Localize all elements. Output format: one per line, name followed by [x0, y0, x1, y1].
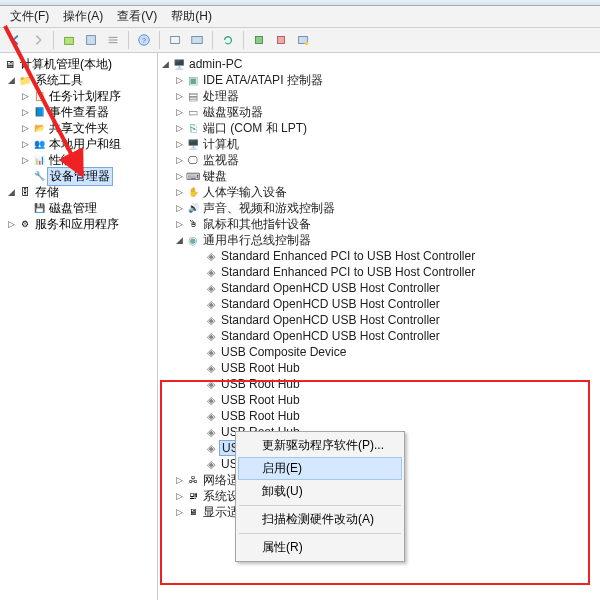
usb-category[interactable]: ◢ 通用串行总线控制器	[158, 232, 600, 248]
usb-device[interactable]: Standard Enhanced PCI to USB Host Contro…	[158, 248, 600, 264]
device-icon	[185, 90, 201, 103]
svg-rect-1	[87, 36, 96, 45]
tree-icon	[31, 169, 47, 183]
menu-help[interactable]: 帮助(H)	[171, 8, 212, 25]
device-category[interactable]: ▷声音、视频和游戏控制器	[158, 200, 600, 216]
left-tree-pane: 计算机管理(本地) ◢ 系统工具 ▷任务计划程序▷事件查看器▷共享文件夹▷本地用…	[0, 53, 158, 600]
device-icon	[185, 219, 201, 229]
menu-action[interactable]: 操作(A)	[63, 8, 103, 25]
uninstall-icon[interactable]	[271, 30, 291, 50]
device-icon	[185, 74, 201, 87]
devices-button[interactable]	[187, 30, 207, 50]
menu-uninstall[interactable]: 卸载(U)	[238, 480, 402, 503]
tree-icon	[31, 105, 47, 119]
usb-device[interactable]: USB Root Hub	[158, 392, 600, 408]
tree-item[interactable]: ▷本地用户和组	[0, 136, 157, 152]
usb-device-icon	[203, 298, 219, 311]
svg-rect-7	[171, 37, 180, 44]
device-category[interactable]: ▷端口 (COM 和 LPT)	[158, 120, 600, 136]
device-category[interactable]: ▷处理器	[158, 88, 600, 104]
up-button[interactable]	[59, 30, 79, 50]
device-category[interactable]: ▷键盘	[158, 168, 600, 184]
device-category[interactable]: ▷监视器	[158, 152, 600, 168]
device-root[interactable]: ◢ admin-PC	[158, 56, 600, 72]
tree-icon	[31, 121, 47, 135]
usb-device-icon	[203, 410, 219, 423]
tree-icon	[31, 201, 47, 215]
svg-rect-9	[256, 37, 263, 44]
refresh-button[interactable]	[218, 30, 238, 50]
tree-item[interactable]: ▷任务计划程序	[0, 88, 157, 104]
device-category[interactable]: ▷人体学输入设备	[158, 184, 600, 200]
tree-item[interactable]: ▷事件查看器	[0, 104, 157, 120]
usb-device-icon	[203, 314, 219, 327]
usb-device[interactable]: Standard OpenHCD USB Host Controller	[158, 328, 600, 344]
svg-point-12	[305, 42, 309, 46]
scan-icon[interactable]	[293, 30, 313, 50]
console-button[interactable]	[165, 30, 185, 50]
device-icon	[185, 106, 201, 119]
usb-device-icon	[203, 266, 219, 279]
device-icon	[185, 491, 201, 501]
device-icon	[185, 507, 201, 517]
usb-device-icon	[203, 282, 219, 295]
tree-root[interactable]: 计算机管理(本地)	[0, 56, 157, 72]
usb-device-icon	[203, 346, 219, 359]
usb-device[interactable]: USB Root Hub	[158, 376, 600, 392]
svg-rect-8	[192, 37, 203, 44]
menu-view[interactable]: 查看(V)	[117, 8, 157, 25]
back-button[interactable]	[6, 30, 26, 50]
usb-device-icon	[203, 426, 219, 439]
usb-device-icon	[203, 394, 219, 407]
menubar: 文件(F) 操作(A) 查看(V) 帮助(H)	[0, 6, 600, 28]
tree-storage[interactable]: ◢ 存储	[0, 184, 157, 200]
device-icon	[185, 122, 201, 134]
usb-icon	[185, 234, 201, 247]
properties-button[interactable]	[81, 30, 101, 50]
usb-device[interactable]: Standard OpenHCD USB Host Controller	[158, 312, 600, 328]
tree-services[interactable]: ▷ 服务和应用程序	[0, 216, 157, 232]
svg-rect-0	[65, 37, 74, 44]
usb-device[interactable]: Standard Enhanced PCI to USB Host Contro…	[158, 264, 600, 280]
menu-scan-hardware[interactable]: 扫描检测硬件改动(A)	[238, 508, 402, 531]
usb-device-icon	[203, 378, 219, 391]
help-button[interactable]: ?	[134, 30, 154, 50]
toolbar: ?	[0, 28, 600, 53]
tree-item[interactable]: 设备管理器	[0, 168, 157, 184]
usb-device[interactable]: USB Root Hub	[158, 360, 600, 376]
device-icon	[185, 475, 201, 485]
computer-icon	[171, 59, 187, 70]
device-category[interactable]: ▷鼠标和其他指针设备	[158, 216, 600, 232]
menu-update-driver[interactable]: 更新驱动程序软件(P)...	[238, 434, 402, 457]
usb-device[interactable]: Standard OpenHCD USB Host Controller	[158, 296, 600, 312]
device-category[interactable]: ▷计算机	[158, 136, 600, 152]
device-icon	[185, 139, 201, 150]
device-icon	[185, 203, 201, 213]
device-icon	[185, 187, 201, 197]
tree-icon	[31, 153, 47, 167]
usb-device[interactable]: USB Composite Device	[158, 344, 600, 360]
usb-device-icon	[203, 330, 219, 343]
list-button[interactable]	[103, 30, 123, 50]
menu-enable[interactable]: 启用(E)	[238, 457, 402, 480]
folder-icon	[17, 73, 33, 87]
tree-item[interactable]: 磁盘管理	[0, 200, 157, 216]
menu-file[interactable]: 文件(F)	[10, 8, 49, 25]
storage-icon	[17, 185, 33, 199]
svg-text:?: ?	[142, 36, 147, 45]
device-category[interactable]: ▷IDE ATA/ATAPI 控制器	[158, 72, 600, 88]
device-category[interactable]: ▷磁盘驱动器	[158, 104, 600, 120]
usb-device[interactable]: Standard OpenHCD USB Host Controller	[158, 280, 600, 296]
usb-device-icon	[203, 250, 219, 263]
device-icon	[185, 171, 201, 182]
tree-systools[interactable]: ◢ 系统工具	[0, 72, 157, 88]
enable-icon[interactable]	[249, 30, 269, 50]
tree-icon	[31, 89, 47, 103]
usb-device-icon	[203, 458, 219, 471]
computer-icon	[2, 57, 18, 71]
tree-item[interactable]: ▷共享文件夹	[0, 120, 157, 136]
menu-properties[interactable]: 属性(R)	[238, 536, 402, 559]
context-menu: 更新驱动程序软件(P)... 启用(E) 卸载(U) 扫描检测硬件改动(A) 属…	[235, 431, 405, 562]
forward-button[interactable]	[28, 30, 48, 50]
usb-device[interactable]: USB Root Hub	[158, 408, 600, 424]
